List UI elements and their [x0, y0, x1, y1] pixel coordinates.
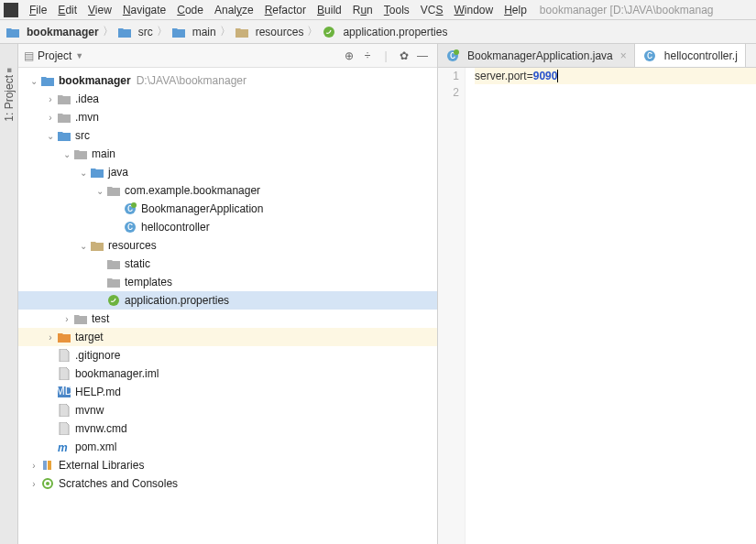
gutter: 12 — [438, 68, 466, 544]
menu-item-tools[interactable]: Tools — [378, 2, 415, 18]
collapse-icon[interactable]: ÷ — [358, 47, 377, 65]
tree-node-label: Scratches and Consoles — [59, 477, 178, 490]
gutter-line: 1 — [438, 68, 459, 84]
menu-item-file[interactable]: File — [24, 2, 52, 18]
tree-arrow-icon[interactable]: › — [44, 332, 57, 343]
gutter-line: 2 — [438, 84, 459, 101]
menu-item-refactor[interactable]: Refactor — [259, 2, 312, 18]
tree-arrow-icon[interactable]: ⌄ — [44, 131, 57, 141]
tree-arrow-icon[interactable]: › — [60, 314, 73, 324]
tree-node[interactable]: application.properties — [18, 291, 437, 310]
tree-node[interactable]: bookmanager.iml — [18, 364, 437, 383]
project-tree[interactable]: ⌄ bookmanager D:\JAVA\bookmanager› .idea… — [18, 68, 437, 544]
menu-item-view[interactable]: View — [82, 2, 117, 18]
menu-item-vcs[interactable]: VCS — [415, 2, 449, 18]
tree-arrow-icon[interactable]: › — [27, 479, 40, 489]
breadcrumb-item[interactable]: main — [171, 25, 216, 39]
gear-icon[interactable]: ✿ — [395, 47, 413, 65]
class-spring-icon: c — [445, 49, 460, 63]
tree-arrow-icon[interactable]: › — [44, 94, 57, 104]
tree-node-label: pom.xml — [75, 441, 116, 453]
tree-node-label: External Libraries — [59, 459, 144, 472]
folder-blue-icon — [117, 25, 132, 39]
breadcrumb-item[interactable]: bookmanager — [5, 25, 99, 39]
menu-item-help[interactable]: Help — [499, 2, 532, 18]
folder-gray-icon — [106, 183, 121, 198]
tree-arrow-icon[interactable]: ⌄ — [93, 186, 106, 196]
tree-node-label: HELP.md — [75, 386, 121, 398]
tree-node-label: BookmanagerApplication — [141, 202, 263, 215]
editor-tab[interactable]: c BookmanagerApplication.java × — [438, 44, 635, 67]
tree-node[interactable]: ⌄ main — [18, 145, 437, 163]
tree-node[interactable]: › target — [18, 328, 437, 346]
tree-node[interactable]: › .idea — [18, 90, 437, 108]
class-icon: c — [642, 49, 657, 63]
tree-node[interactable]: › External Libraries — [18, 456, 437, 474]
folder-gray-icon — [106, 275, 121, 289]
side-tool-tab[interactable]: 1: Project — [0, 44, 18, 544]
folder-gray-icon — [73, 311, 88, 326]
spring-icon — [322, 25, 336, 39]
chevron-right-icon: 〉 — [157, 24, 168, 39]
tree-node[interactable]: ⌄ java — [18, 163, 437, 181]
tree-node[interactable]: MD HELP.md — [18, 383, 437, 401]
tree-arrow-icon[interactable]: ⌄ — [77, 168, 90, 178]
libs-icon — [40, 458, 55, 473]
tree-node[interactable]: ⌄ src — [18, 126, 437, 145]
tree-arrow-icon[interactable]: › — [44, 113, 57, 123]
tree-node[interactable]: c hellocontroller — [18, 218, 437, 236]
menu-item-edit[interactable]: Edit — [52, 2, 82, 18]
close-icon[interactable]: × — [620, 49, 627, 62]
tree-node[interactable]: › test — [18, 310, 437, 328]
tree-node[interactable]: ⌄ bookmanager D:\JAVA\bookmanager — [18, 71, 437, 90]
tree-node[interactable]: m pom.xml — [18, 438, 437, 456]
tree-arrow-icon[interactable]: ⌄ — [27, 76, 40, 86]
svg-point-13 — [46, 482, 49, 485]
folder-blue-icon — [57, 128, 71, 143]
breadcrumb-item[interactable]: resources — [235, 25, 304, 39]
tab-label: hellocontroller.j — [664, 49, 738, 62]
tree-node[interactable]: ⌄ com.example.bookmanager — [18, 181, 437, 200]
menu-item-run[interactable]: Run — [347, 2, 378, 18]
editor-tab[interactable]: c hellocontroller.j — [635, 44, 746, 67]
spring-icon — [106, 293, 121, 308]
tree-node-label: templates — [125, 276, 172, 288]
maven-icon: m — [57, 440, 71, 454]
breadcrumb-item[interactable]: application.properties — [322, 25, 447, 39]
svg-text:MD: MD — [58, 386, 71, 397]
tree-node[interactable]: mvnw — [18, 401, 437, 419]
menu-item-window[interactable]: Window — [448, 2, 499, 18]
breadcrumb-item[interactable]: src — [117, 25, 153, 39]
file-icon — [57, 366, 71, 381]
panel-title[interactable]: ▤ Project ▼ — [24, 49, 83, 62]
hide-icon[interactable]: — — [413, 47, 432, 65]
tree-arrow-icon[interactable]: ⌄ — [77, 241, 90, 251]
file-icon — [57, 348, 71, 363]
tree-node[interactable]: templates — [18, 273, 437, 291]
editor-body[interactable]: 12 server.port=9090 — [438, 68, 756, 544]
chevron-right-icon: 〉 — [307, 24, 318, 39]
tree-node-label: application.properties — [125, 294, 229, 307]
code-area[interactable]: server.port=9090 — [466, 68, 756, 544]
menu-item-navigate[interactable]: Navigate — [117, 2, 171, 18]
svg-point-6 — [108, 295, 119, 306]
tree-node[interactable]: c BookmanagerApplication — [18, 200, 437, 218]
tree-node[interactable]: .gitignore — [18, 346, 437, 364]
tree-node[interactable]: static — [18, 255, 437, 273]
class-icon: c — [123, 220, 137, 234]
folder-gray-icon — [106, 256, 121, 271]
menu-item-analyze[interactable]: Analyze — [209, 2, 259, 18]
tree-node[interactable]: ⌄ resources — [18, 236, 437, 255]
locate-icon[interactable]: ⊕ — [340, 47, 358, 65]
tree-node-hint: D:\JAVA\bookmanager — [137, 74, 247, 87]
folder-blue-icon — [5, 25, 20, 39]
tree-node[interactable]: › Scratches and Consoles — [18, 474, 437, 493]
tree-node[interactable]: › .mvn — [18, 108, 437, 126]
menu-item-build[interactable]: Build — [312, 2, 347, 18]
tree-node-label: src — [75, 129, 90, 142]
menu-item-code[interactable]: Code — [171, 2, 209, 18]
tree-arrow-icon[interactable]: ⌄ — [60, 149, 73, 159]
tree-node-label: test — [92, 312, 109, 325]
tree-node[interactable]: mvnw.cmd — [18, 419, 437, 438]
tree-arrow-icon[interactable]: › — [27, 461, 40, 471]
